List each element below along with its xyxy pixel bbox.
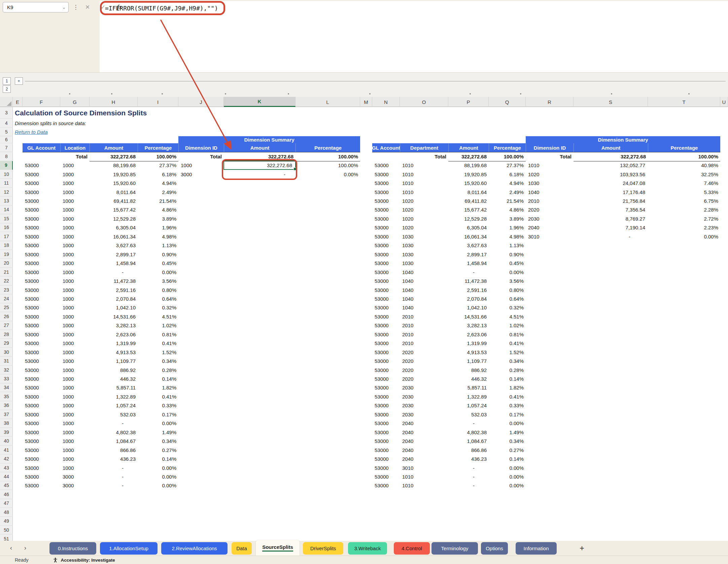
cell-amount[interactable]: 1,322.89 xyxy=(448,392,489,401)
cell-amount[interactable]: 88,199.68 xyxy=(448,161,489,170)
left-table-header-4[interactable]: Dimension ID xyxy=(178,143,224,152)
cell-location[interactable]: 1000 xyxy=(60,286,90,294)
cell-department[interactable]: 3010 xyxy=(400,463,448,472)
cell-gl-account[interactable]: 53000 xyxy=(23,410,60,419)
cell-percentage[interactable]: 0.00% xyxy=(489,419,526,428)
cell-percentage[interactable]: 2.49% xyxy=(489,188,526,196)
cell-location[interactable]: 1000 xyxy=(60,392,90,401)
cell-percentage[interactable]: 0.80% xyxy=(489,286,526,294)
cell-gl-account[interactable]: 53000 xyxy=(23,454,60,463)
cell-amount[interactable]: 4,913.53 xyxy=(448,348,489,356)
cell-department[interactable]: 1020 xyxy=(400,214,448,223)
cell-percentage[interactable]: 1.82% xyxy=(138,383,178,392)
right-summary-amount[interactable]: - xyxy=(574,232,648,241)
cell-department[interactable]: 1010 xyxy=(400,188,448,196)
cell-percentage[interactable]: 6.18% xyxy=(489,170,526,179)
cell-percentage[interactable]: 3.89% xyxy=(489,214,526,223)
right-summary-total-percentage[interactable]: 100.00% xyxy=(648,152,720,161)
cell-percentage[interactable]: 0.32% xyxy=(489,303,526,312)
column-header-L[interactable]: L xyxy=(296,97,360,107)
cell-gl-account[interactable]: 53000 xyxy=(23,321,60,330)
left-table-header-6[interactable]: Percentage xyxy=(296,143,360,152)
cell-amount[interactable]: 15,920.60 xyxy=(90,179,138,187)
cell-amount[interactable]: 11,472.38 xyxy=(448,276,489,285)
cell-gl-account[interactable]: 53000 xyxy=(23,463,60,472)
cell-amount[interactable]: 19,920.85 xyxy=(90,170,138,179)
cell-amount[interactable]: 5,857.11 xyxy=(448,383,489,392)
cell-location[interactable]: 1000 xyxy=(60,437,90,445)
cell-amount[interactable]: 886.92 xyxy=(90,366,138,374)
column-header-J[interactable]: J xyxy=(178,97,224,107)
cell-gl-account[interactable]: 53000 xyxy=(23,250,60,259)
cell-amount[interactable]: - xyxy=(90,268,138,276)
cell-location[interactable]: 1000 xyxy=(60,356,90,365)
cell-department[interactable]: 2040 xyxy=(400,428,448,437)
cell-gl-account[interactable]: 53000 xyxy=(372,259,400,267)
cell-gl-account[interactable]: 53000 xyxy=(372,223,400,232)
cell-location[interactable]: 1000 xyxy=(60,348,90,356)
cell-department[interactable]: 2040 xyxy=(400,437,448,445)
column-header-N[interactable]: N xyxy=(372,97,400,107)
cell-gl-account[interactable]: 53000 xyxy=(372,348,400,356)
cell-percentage[interactable]: 1.13% xyxy=(138,241,178,250)
left-table-header-1[interactable]: Location xyxy=(60,143,90,152)
cell-percentage[interactable]: 4.94% xyxy=(489,179,526,187)
cell-location[interactable]: 1000 xyxy=(60,268,90,276)
cell-amount[interactable]: 886.92 xyxy=(448,366,489,374)
cell-gl-account[interactable]: 53000 xyxy=(372,446,400,454)
left-summary-id[interactable]: 1000 xyxy=(178,161,224,170)
cell-location[interactable]: 1000 xyxy=(60,223,90,232)
cell-gl-account[interactable]: 53000 xyxy=(23,428,60,437)
cell-gl-account[interactable]: 53000 xyxy=(372,214,400,223)
cell-department[interactable]: 2010 xyxy=(400,339,448,348)
left-summary-percentage[interactable]: 0.00% xyxy=(296,170,360,179)
cell-gl-account[interactable]: 53000 xyxy=(372,232,400,241)
cell-percentage[interactable]: 4.86% xyxy=(138,205,178,214)
cell-amount[interactable]: 866.86 xyxy=(90,446,138,454)
cell-gl-account[interactable]: 53000 xyxy=(372,161,400,170)
right-table-header-0[interactable]: GL Account xyxy=(372,143,400,152)
cell-gl-account[interactable]: 53000 xyxy=(23,223,60,232)
cell-location[interactable]: 1000 xyxy=(60,339,90,348)
cell-location[interactable]: 1000 xyxy=(60,170,90,179)
cell-department[interactable]: 2030 xyxy=(400,383,448,392)
sheet-tab-options[interactable]: Options xyxy=(481,542,508,555)
cell-gl-account[interactable]: 53000 xyxy=(23,179,60,187)
cell-gl-account[interactable]: 53000 xyxy=(372,250,400,259)
cell-percentage[interactable]: 6.18% xyxy=(138,170,178,179)
cell-gl-account[interactable]: 53000 xyxy=(23,214,60,223)
cell-amount[interactable]: 1,057.24 xyxy=(90,401,138,410)
cell-department[interactable]: 2040 xyxy=(400,446,448,454)
cell-percentage[interactable]: 2.49% xyxy=(138,188,178,196)
cell-percentage[interactable]: 0.41% xyxy=(489,392,526,401)
cell-amount[interactable]: 16,061.34 xyxy=(448,232,489,241)
right-summary-id[interactable]: 2010 xyxy=(526,196,574,205)
cell-percentage[interactable]: 1.49% xyxy=(489,428,526,437)
cell-location[interactable]: 1000 xyxy=(60,241,90,250)
cell-location[interactable]: 1000 xyxy=(60,374,90,383)
cell-location[interactable]: 1000 xyxy=(60,383,90,392)
right-table-header-5[interactable]: Amount xyxy=(574,143,648,152)
cell-amount[interactable]: 446.32 xyxy=(90,374,138,383)
column-header-R[interactable]: R xyxy=(526,97,574,107)
cell-location[interactable]: 1000 xyxy=(60,463,90,472)
cell-location[interactable]: 1000 xyxy=(60,188,90,196)
cell-gl-account[interactable]: 53000 xyxy=(372,419,400,428)
cell-percentage[interactable]: 1.02% xyxy=(138,321,178,330)
cell-location[interactable]: 1000 xyxy=(60,214,90,223)
column-header-M[interactable]: M xyxy=(360,97,372,107)
right-summary-total-amount[interactable]: 322,272.68 xyxy=(574,152,648,161)
cell-percentage[interactable]: 0.00% xyxy=(138,268,178,276)
cell-department[interactable]: 1040 xyxy=(400,303,448,312)
right-summary-id[interactable]: 1030 xyxy=(526,179,574,187)
cell-gl-account[interactable]: 53000 xyxy=(372,268,400,276)
cell-amount[interactable]: 15,677.42 xyxy=(90,205,138,214)
cell-department[interactable]: 1030 xyxy=(400,232,448,241)
cell-amount[interactable]: 12,529.28 xyxy=(90,214,138,223)
column-header-U[interactable]: U xyxy=(720,97,728,107)
cell-amount[interactable]: 446.32 xyxy=(448,374,489,383)
right-summary-percentage[interactable]: 5.33% xyxy=(648,188,720,196)
cell-amount[interactable]: 2,623.06 xyxy=(448,330,489,339)
cell-amount[interactable]: 532.03 xyxy=(448,410,489,419)
sheet-tab-3-writeback[interactable]: 3.Writeback xyxy=(348,542,387,555)
